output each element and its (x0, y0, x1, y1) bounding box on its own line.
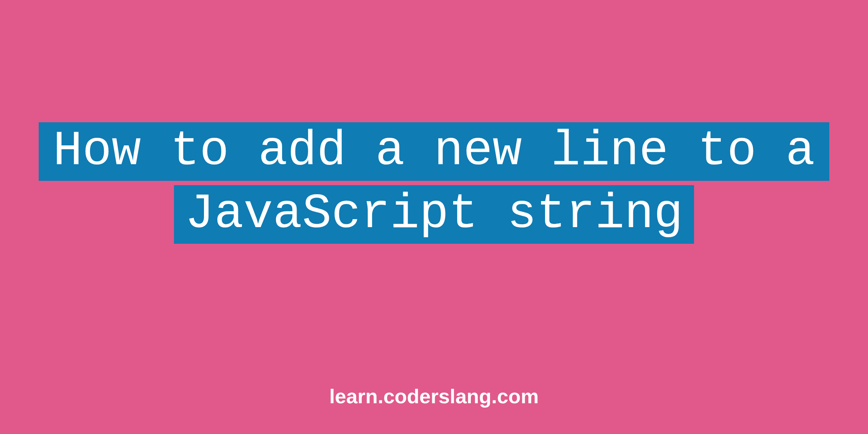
title-container: How to add a new line to a JavaScript st… (0, 122, 868, 244)
title-line-2: JavaScript string (174, 185, 694, 244)
footer-link-text: learn.coderslang.com (0, 384, 868, 408)
title-line-1: How to add a new line to a (39, 122, 829, 181)
